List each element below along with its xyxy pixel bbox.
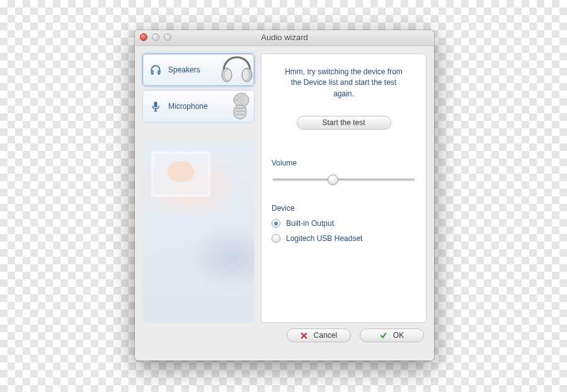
footer: Cancel OK (135, 323, 434, 348)
svg-rect-6 (236, 108, 244, 109)
sidebar-item-label: Speakers (168, 65, 200, 74)
radio-icon (272, 234, 280, 243)
volume-slider[interactable] (273, 174, 415, 185)
svg-point-2 (225, 70, 231, 80)
sidebar-item-speakers[interactable]: Speakers (142, 53, 255, 86)
ok-button-label: OK (393, 331, 404, 340)
ok-button[interactable]: OK (360, 328, 424, 342)
x-icon (301, 332, 307, 339)
device-option-label: Built-in Output (286, 219, 334, 228)
device-option-logitech[interactable]: Logitech USB Headset (272, 234, 416, 243)
window-title: Audio wizard (261, 33, 307, 42)
cancel-button[interactable]: Cancel (287, 328, 351, 342)
microphone-icon (149, 100, 162, 113)
microphone-illustration (219, 90, 255, 123)
preview-image (142, 143, 255, 323)
volume-label: Volume (272, 159, 416, 167)
device-option-label: Logitech USB Headset (286, 234, 362, 243)
radio-icon (272, 219, 280, 228)
svg-rect-7 (236, 111, 244, 112)
start-test-button[interactable]: Start the test (297, 116, 391, 130)
minimize-window-button (152, 33, 159, 41)
sidebar-item-label: Microphone (168, 102, 208, 111)
svg-point-3 (243, 70, 249, 80)
svg-rect-8 (236, 114, 244, 115)
sidebar: Speakers Microphone (142, 53, 255, 323)
audio-wizard-window: Audio wizard Speakers (135, 30, 434, 361)
hint-text: Hmm, try switching the device from the D… (283, 67, 404, 99)
device-label: Device (272, 204, 416, 213)
volume-slider-thumb[interactable] (328, 174, 338, 185)
headphones-icon (149, 64, 162, 76)
volume-slider-track (273, 179, 415, 181)
device-option-builtin[interactable]: Built-in Output (272, 219, 416, 228)
window-controls (140, 33, 171, 41)
sidebar-item-microphone[interactable]: Microphone (142, 90, 255, 123)
zoom-window-button (164, 33, 171, 41)
titlebar: Audio wizard (135, 30, 434, 46)
close-window-button[interactable] (140, 33, 147, 41)
check-icon (380, 332, 387, 339)
main-panel: Hmm, try switching the device from the D… (261, 53, 427, 323)
cancel-button-label: Cancel (314, 331, 337, 340)
headphones-illustration (219, 53, 255, 86)
